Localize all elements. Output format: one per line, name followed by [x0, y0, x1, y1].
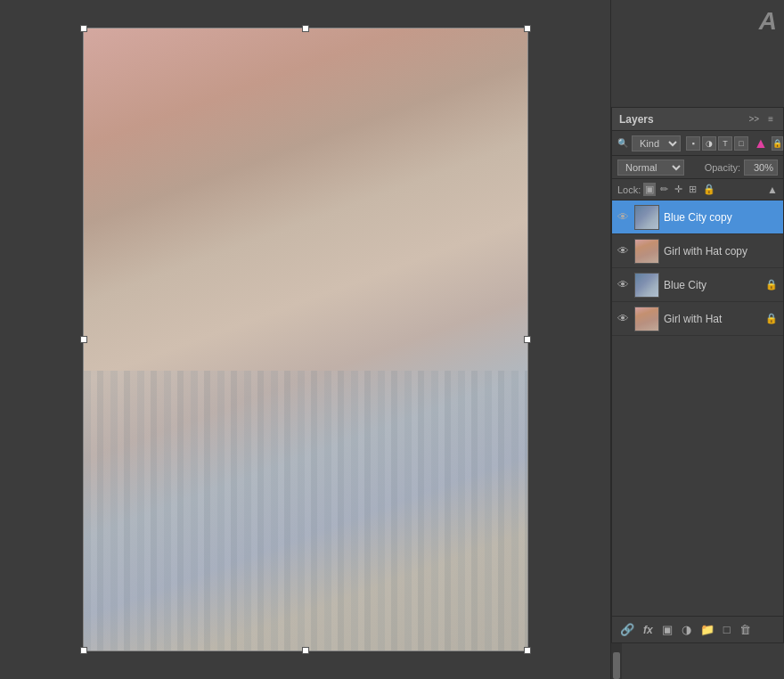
adobe-icon: A — [759, 7, 777, 36]
lock-pixels-button[interactable]: ✏ — [658, 183, 670, 196]
layer-visibility-icon[interactable]: 👁 — [617, 278, 630, 291]
lock-row: Lock: ▣ ✏ ✛ ⊞ 🔒 ▲ — [612, 179, 783, 200]
layer-thumb-image — [635, 240, 658, 263]
lock-move-button[interactable]: ✛ — [673, 183, 684, 196]
filter-pixel-button[interactable]: ▪ — [686, 136, 700, 151]
lock-label: Lock: — [617, 184, 641, 195]
transform-handle-br[interactable] — [524, 647, 531, 654]
layer-thumb-image — [635, 307, 658, 331]
canvas-image — [84, 29, 527, 650]
layers-list[interactable]: 👁 Blue City copy 👁 Girl with Hat copy 👁 — [612, 200, 783, 616]
add-layer-style-button[interactable]: fx — [641, 622, 656, 638]
transform-handle-bm[interactable] — [302, 647, 309, 654]
layer-visibility-icon[interactable]: 👁 — [617, 210, 630, 224]
filter-kind-select[interactable]: Kind Name Effect Mode Attribute Color — [632, 135, 681, 151]
layer-lock-icon: 🔒 — [765, 279, 778, 290]
filter-row: 🔍 Kind Name Effect Mode Attribute Color … — [612, 131, 783, 156]
filter-adj-button[interactable]: ◑ — [702, 136, 716, 151]
layer-item[interactable]: 👁 Blue City copy — [612, 200, 783, 234]
link-layers-button[interactable]: 🔗 — [617, 621, 637, 638]
add-mask-button[interactable]: ▣ — [659, 621, 675, 638]
transform-handle-bl[interactable] — [80, 647, 87, 654]
layer-visibility-icon[interactable]: 👁 — [617, 312, 630, 325]
layer-thumbnail — [634, 273, 659, 298]
transform-handle-tr[interactable] — [524, 25, 531, 32]
pink-arrow-icon: ▲ — [754, 135, 768, 151]
layers-menu-button[interactable]: ≡ — [765, 113, 776, 125]
blend-mode-row: Normal Dissolve Multiply Screen Overlay … — [612, 156, 783, 179]
panel-top: A — [611, 0, 784, 107]
filter-type-button[interactable]: T — [718, 136, 732, 151]
layer-thumb-image — [635, 206, 658, 229]
blend-mode-select[interactable]: Normal Dissolve Multiply Screen Overlay … — [617, 160, 684, 176]
transform-handle-mr[interactable] — [524, 336, 531, 343]
transform-handle-ml[interactable] — [80, 336, 87, 343]
lock-all-button[interactable]: 🔒 — [701, 183, 717, 196]
layer-item[interactable]: 👁 Girl with Hat 🔒 — [612, 302, 783, 336]
delete-layer-button[interactable]: 🗑 — [737, 621, 754, 638]
layers-panel-title: Layers — [619, 113, 654, 126]
layer-thumbnail — [634, 307, 659, 331]
layers-panel-header: Layers >> ≡ — [612, 108, 783, 131]
layer-thumbnail — [634, 239, 659, 264]
filter-shape-button[interactable]: □ — [734, 136, 748, 151]
right-panel: A Layers >> ≡ 🔍 Kind Name Effect Mode At… — [610, 0, 784, 679]
group-layers-button[interactable]: 📁 — [698, 621, 717, 638]
layer-item[interactable]: 👁 Blue City 🔒 — [612, 268, 783, 302]
search-icon: 🔍 — [617, 138, 628, 148]
layer-name: Girl with Hat copy — [664, 245, 778, 258]
layers-panel: Layers >> ≡ 🔍 Kind Name Effect Mode Attr… — [611, 107, 784, 643]
filter-icons: ▪ ◑ T □ — [686, 136, 748, 151]
layer-lock-icon: 🔒 — [765, 313, 778, 324]
scrollbar-thumb[interactable] — [613, 652, 620, 679]
opacity-input[interactable] — [744, 160, 778, 176]
canvas-area — [0, 0, 610, 679]
lock-transparent-button[interactable]: ▣ — [643, 183, 656, 196]
layers-collapse-button[interactable]: >> — [746, 113, 762, 125]
opacity-label: Opacity: — [705, 162, 740, 173]
panel-scrollbar[interactable] — [611, 643, 622, 679]
lock-artboard-button[interactable]: ⊞ — [687, 183, 698, 196]
canvas-wrapper — [83, 28, 528, 651]
layer-name: Blue City copy — [664, 211, 778, 224]
fill-up-arrow: ▲ — [767, 184, 778, 196]
layer-visibility-icon[interactable]: 👁 — [617, 244, 630, 258]
layers-footer: 🔗 fx ▣ ◑ 📁 □ 🗑 — [612, 616, 783, 642]
new-adjustment-button[interactable]: ◑ — [679, 621, 694, 638]
layer-thumbnail — [634, 205, 659, 230]
layer-item[interactable]: 👁 Girl with Hat copy — [612, 234, 783, 268]
new-layer-button[interactable]: □ — [721, 621, 733, 638]
filter-toggle-button[interactable]: 🔒 — [772, 136, 783, 151]
layer-thumb-image — [635, 274, 658, 297]
layers-header-icons: >> ≡ — [746, 113, 776, 125]
layer-name: Girl with Hat — [664, 313, 761, 325]
transform-handle-tl[interactable] — [80, 25, 87, 32]
layer-name: Blue City — [664, 279, 761, 291]
transform-handle-tm[interactable] — [302, 25, 309, 32]
